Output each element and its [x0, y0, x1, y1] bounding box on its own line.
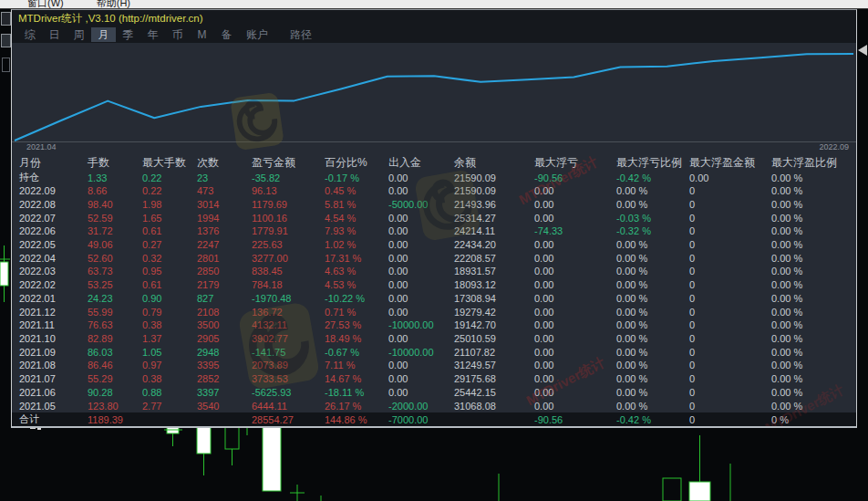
table-row[interactable]: 2022.0898.401.9830141179.695.81 %-5000.0… [12, 197, 856, 211]
table-header-cell[interactable]: 最大浮盈金额 [689, 155, 771, 171]
table-row-cell: 0.00 [388, 213, 454, 224]
table-row-cell: 0.38 [142, 319, 197, 330]
table-row-cell: 7.93 % [325, 225, 388, 236]
table-header-cell[interactable]: 最大浮盈比例 [771, 155, 849, 171]
table-row-cell: 0.00 % [616, 307, 689, 318]
table-row-cell: 0.00 [534, 293, 616, 304]
table-row[interactable]: 2021.1255.990.792108136.720.71 %0.001927… [12, 305, 856, 318]
toolbar-tab-nian[interactable]: 年 [140, 27, 165, 42]
table-row-cell: 0.00 % [771, 239, 849, 250]
table-row-cell: 3397 [197, 387, 252, 398]
table-row[interactable]: 2021.1176.630.3835004132.1127.53 %-10000… [12, 318, 856, 332]
table-row-cell: 2022.07 [19, 213, 88, 224]
menu-item-window[interactable]: 窗口(W) [27, 0, 64, 5]
table-row[interactable]: 持仓1.330.2223-35.82-0.17 %0.0021590.09-90… [12, 171, 856, 184]
table-row-cell: -35.82 [252, 172, 325, 183]
table-row-cell: 0.00 % [771, 333, 849, 344]
table-row-cell: 0.00 [388, 333, 454, 344]
table-row-cell: -0.17 % [325, 172, 388, 183]
table-row[interactable]: 2021.0886.460.9733952073.897.11 %0.00312… [12, 359, 856, 372]
left-strip-pattern-icon[interactable] [1, 34, 11, 47]
table-row-cell: 0.00 % [771, 319, 849, 330]
table-row-cell: 0 [689, 373, 771, 384]
toolbar-tab-m[interactable]: M [190, 27, 214, 42]
menu-item-help[interactable]: 帮助(H) [97, 0, 130, 5]
toolbar-tab-zong[interactable]: 综 [17, 27, 42, 42]
toolbar-tab-bi[interactable]: 币 [165, 27, 190, 42]
table-row-cell: 0.00 % [616, 387, 689, 398]
table-row-cell: 0.00 [534, 279, 616, 290]
left-strip-line-icon[interactable] [2, 57, 10, 72]
table-row-cell: 0.22 [142, 172, 197, 183]
table-row-cell: 25442.15 [454, 387, 534, 398]
table-row[interactable]: 2021.0690.280.883397-5625.93-18.11 %0.00… [12, 386, 856, 400]
table-header-cell[interactable]: 次数 [197, 155, 252, 171]
table-row-cell: 0.00 [534, 401, 616, 412]
table-header-cell[interactable]: 盈亏金额 [252, 155, 325, 171]
toolbar-tab-zhanghu[interactable]: 账户 [239, 27, 275, 42]
table-row-cell: 17.31 % [325, 253, 388, 264]
table-row-cell: 63.73 [88, 266, 142, 277]
table-row-cell: 0.00 % [616, 199, 689, 210]
table-row-cell: 2.77 [142, 401, 197, 412]
table-row-cell: -18.11 % [325, 387, 388, 398]
table-header-cell[interactable]: 出入金 [388, 155, 454, 171]
table-row-cell: -141.75 [252, 347, 325, 358]
table-row-cell: 0.00 % [771, 266, 849, 277]
table-row[interactable]: 2022.0253.250.612179784.184.53 %0.001809… [12, 278, 856, 292]
toolbar-tab-lujing[interactable]: 路径 [283, 27, 319, 42]
table-header-cell[interactable]: 最大手数 [142, 155, 197, 171]
total-row-cell: -7000.00 [388, 414, 454, 425]
table-row-cell: 0.00 [534, 307, 616, 318]
table-row-cell: 0.00 % [616, 266, 689, 277]
table-row-cell: 1.05 [142, 347, 197, 358]
table-row[interactable]: 2022.098.660.2247396.130.45 %0.0021590.0… [12, 184, 856, 198]
table-header-cell[interactable]: 最大浮亏 [534, 155, 616, 171]
left-strip-tool-icon[interactable] [1, 12, 11, 26]
table-row-cell: 0.00 [534, 360, 616, 371]
chart-scroll-arrow-icon[interactable] [858, 45, 867, 56]
table-row-cell: 2022.08 [19, 199, 88, 210]
table-row-cell: 1.33 [88, 172, 142, 183]
table-row-cell: 0.00 % [616, 373, 689, 384]
toolbar-tab-ji[interactable]: 季 [116, 27, 140, 42]
table-row[interactable]: 2021.05123.802.7735406444.1126.17 %-2000… [12, 399, 856, 412]
table-header-cell[interactable]: 余额 [454, 155, 534, 171]
table-row-cell: 96.13 [252, 185, 325, 196]
table-row[interactable]: 2022.0452.600.3228013277.0017.31 %0.0022… [12, 251, 856, 265]
table-row-cell: 76.63 [88, 319, 142, 330]
table-row-cell: 2073.89 [252, 360, 325, 371]
table-header-cell[interactable]: 最大浮亏比例 [616, 155, 689, 171]
toolbar-tab-yue[interactable]: 月 [91, 27, 116, 42]
table-row[interactable]: 2022.0363.730.952850838.454.63 %0.001893… [12, 265, 856, 278]
table-total-row[interactable]: 合计1189.3928554.27144.86 %-7000.00-90.56-… [12, 412, 856, 426]
table-header-cell[interactable]: 月份 [19, 155, 88, 171]
table-header-cell[interactable]: 手数 [88, 155, 142, 171]
panel-titlebar[interactable]: MTDriver统计 ,V3.10 (http://mtdriver.cn) [12, 10, 856, 26]
table-row-cell: 0.00 % [616, 401, 689, 412]
table-row-cell: -5625.93 [252, 387, 325, 398]
toolbar-tab-bei[interactable]: 备 [214, 27, 239, 42]
table-row-cell: 827 [197, 293, 252, 304]
table-row-cell: 1.37 [142, 333, 197, 344]
table-row-cell: 0 [689, 279, 771, 290]
table-row-cell: 2022.03 [19, 266, 88, 277]
table-row[interactable]: 2022.0549.060.272247225.631.02 %0.002243… [12, 238, 856, 252]
toolbar-tab-zhou[interactable]: 周 [67, 27, 91, 42]
equity-chart[interactable]: 2021.04 2022.09 [12, 43, 856, 152]
table-row-cell: 2022.04 [19, 253, 88, 264]
table-row[interactable]: 2021.1082.891.3729053902.7718.49 %0.0025… [12, 332, 856, 346]
table-row[interactable]: 2022.0752.591.6519941100.164.54 %0.00253… [12, 211, 856, 224]
table-row-cell: 2021.08 [19, 360, 88, 371]
table-row-cell: -2000.00 [388, 401, 454, 412]
table-row-cell: 2021.09 [19, 347, 88, 358]
table-header-cell[interactable]: 百分比% [325, 155, 388, 171]
table-row-cell: 0.00 [534, 239, 616, 250]
table-row-cell: 0 [689, 293, 771, 304]
table-row[interactable]: 2021.0755.290.3828523733.5314.67 %0.0029… [12, 372, 856, 386]
table-row[interactable]: 2022.0631.720.6113761779.917.93 %0.00242… [12, 224, 856, 238]
toolbar-tab-ri[interactable]: 日 [42, 27, 67, 42]
table-row-cell: 0.00 % [771, 279, 849, 290]
table-row[interactable]: 2021.0986.031.052948-141.75-0.67 %-10000… [12, 345, 856, 359]
table-row[interactable]: 2022.0124.230.90827-1970.48-10.22 %0.001… [12, 291, 856, 305]
